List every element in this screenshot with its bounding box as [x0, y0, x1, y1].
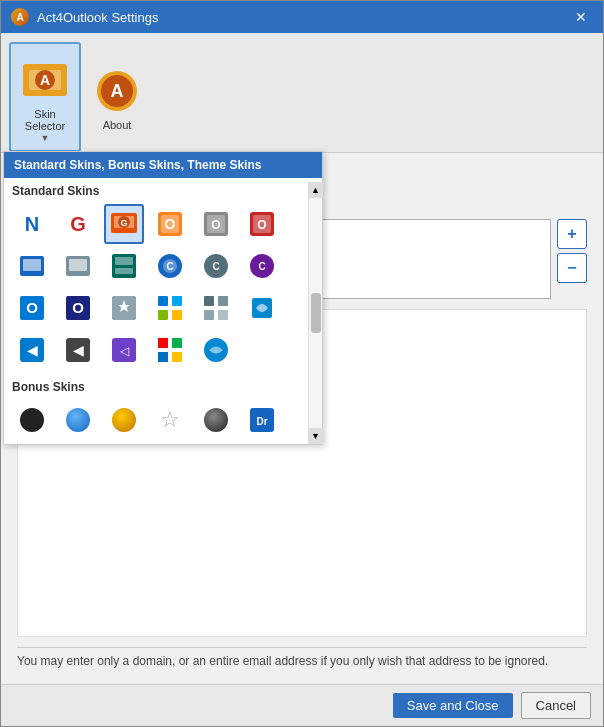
skin-item[interactable]: O: [242, 204, 282, 244]
bonus-skin-item[interactable]: [58, 400, 98, 440]
svg-rect-43: [172, 310, 182, 320]
skin-item-selected[interactable]: G: [104, 204, 144, 244]
app-icon-small: A: [11, 8, 29, 26]
footer: Save and Close Cancel: [1, 684, 603, 726]
svg-rect-26: [115, 268, 133, 274]
bonus-skin-item[interactable]: ☆: [150, 400, 190, 440]
svg-text:Dr: Dr: [256, 416, 267, 427]
title-bar: A Act4Outlook Settings ✕: [1, 1, 603, 33]
skin-item[interactable]: C: [150, 246, 190, 286]
svg-text:A: A: [111, 81, 124, 101]
skin-item[interactable]: [196, 288, 236, 328]
skin-item[interactable]: [196, 330, 236, 370]
skin-item[interactable]: [58, 246, 98, 286]
svg-rect-44: [204, 296, 214, 306]
skin-item[interactable]: C: [242, 246, 282, 286]
svg-text:O: O: [26, 299, 38, 316]
bonus-skin-icon: [20, 408, 44, 432]
skin-item[interactable]: [12, 246, 52, 286]
svg-rect-56: [172, 338, 182, 348]
dropdown-scrollbar: ▲ ▼: [308, 182, 322, 444]
skin-icon: N: [18, 210, 46, 238]
skin-icon: G: [64, 210, 92, 238]
side-buttons: + −: [557, 219, 587, 283]
title-bar-left: A Act4Outlook Settings: [11, 8, 158, 26]
remove-entry-button[interactable]: −: [557, 253, 587, 283]
skin-item[interactable]: ◀: [12, 330, 52, 370]
svg-text:C: C: [258, 261, 265, 272]
skin-selector-chevron: ▼: [41, 133, 50, 143]
cancel-button[interactable]: Cancel: [521, 692, 591, 719]
skin-item[interactable]: ◁: [104, 330, 144, 370]
svg-text:O: O: [72, 299, 84, 316]
svg-text:◀: ◀: [27, 342, 38, 358]
svg-text:G: G: [120, 218, 127, 228]
svg-rect-23: [69, 259, 87, 271]
skin-selector-icon: A: [21, 56, 69, 104]
bonus-skin-icon: [112, 408, 136, 432]
about-icon: A: [93, 67, 141, 115]
svg-rect-58: [172, 352, 182, 362]
skin-item[interactable]: O: [58, 288, 98, 328]
skin-item[interactable]: G: [58, 204, 98, 244]
skin-item[interactable]: O: [196, 204, 236, 244]
skin-item[interactable]: N: [12, 204, 52, 244]
svg-text:O: O: [165, 216, 176, 232]
svg-text:◁: ◁: [120, 344, 130, 358]
bonus-skin-icon: [66, 408, 90, 432]
save-close-button[interactable]: Save and Close: [393, 693, 513, 718]
bonus-skin-icon: ☆: [160, 407, 180, 433]
svg-text:◀: ◀: [73, 342, 84, 358]
svg-rect-46: [204, 310, 214, 320]
bonus-skin-item[interactable]: [104, 400, 144, 440]
svg-rect-45: [218, 296, 228, 306]
bottom-hint-text: You may enter only a domain, or an entir…: [17, 647, 587, 668]
skin-selector-button[interactable]: A Skin Selector ▼: [9, 42, 81, 152]
skin-dropdown-panel: Standard Skins, Bonus Skins, Theme Skins…: [3, 151, 323, 445]
scroll-thumb: [311, 293, 321, 333]
standard-skins-label: Standard Skins: [4, 178, 308, 200]
skin-item[interactable]: [104, 246, 144, 286]
skin-item[interactable]: [104, 288, 144, 328]
svg-text:A: A: [40, 72, 50, 88]
skin-item[interactable]: [150, 288, 190, 328]
about-label: About: [103, 119, 132, 131]
close-button[interactable]: ✕: [569, 5, 593, 29]
scroll-down-button[interactable]: ▼: [309, 428, 323, 444]
bonus-skins-grid: ☆ Dr: [4, 396, 308, 444]
bonus-skin-item[interactable]: [12, 400, 52, 440]
toolbar: A Skin Selector ▼ A About Standard Skins…: [1, 33, 603, 153]
skin-item[interactable]: [242, 288, 282, 328]
dropdown-header: Standard Skins, Bonus Skins, Theme Skins: [4, 152, 322, 178]
svg-rect-21: [23, 259, 41, 271]
scroll-up-button[interactable]: ▲: [309, 182, 323, 198]
svg-text:C: C: [166, 261, 173, 272]
skin-item[interactable]: O: [150, 204, 190, 244]
svg-rect-41: [172, 296, 182, 306]
standard-skins-grid: N G G: [4, 200, 308, 374]
bonus-skin-item[interactable]: [196, 400, 236, 440]
add-entry-button[interactable]: +: [557, 219, 587, 249]
svg-text:O: O: [257, 218, 266, 232]
about-button[interactable]: A About: [81, 42, 153, 152]
skin-item[interactable]: [150, 330, 190, 370]
window-title: Act4Outlook Settings: [37, 10, 158, 25]
svg-rect-42: [158, 310, 168, 320]
bonus-skin-item[interactable]: Dr: [242, 400, 282, 440]
svg-text:C: C: [212, 261, 219, 272]
bonus-skins-label: Bonus Skins: [4, 374, 308, 396]
skin-item[interactable]: ◀: [58, 330, 98, 370]
svg-rect-25: [115, 257, 133, 265]
svg-rect-40: [158, 296, 168, 306]
skin-item[interactable]: O: [12, 288, 52, 328]
skin-item[interactable]: C: [196, 246, 236, 286]
svg-rect-57: [158, 352, 168, 362]
settings-window: A Act4Outlook Settings ✕ A Skin Selector…: [0, 0, 604, 727]
bonus-skin-icon: [204, 408, 228, 432]
svg-rect-47: [218, 310, 228, 320]
svg-text:O: O: [211, 218, 220, 232]
svg-rect-55: [158, 338, 168, 348]
skin-selector-label: Skin Selector: [15, 108, 75, 132]
